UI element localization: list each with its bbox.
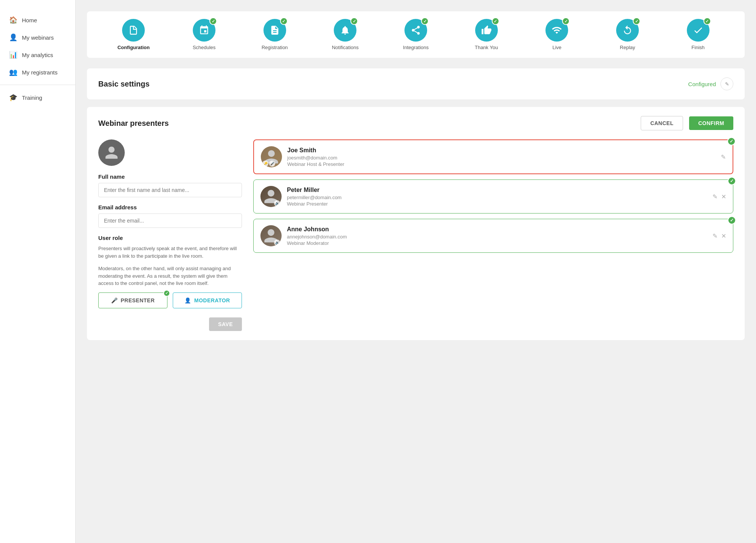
save-button[interactable]: SAVE [209,317,242,331]
sidebar-item-my-analytics[interactable]: 📊 My analytics [0,46,75,63]
anne-name: Anne Johnson [287,226,707,233]
wizard-step-registration[interactable]: Registration [239,19,310,50]
presenter-check-peter [728,177,736,185]
basic-settings-card: Basic settings Configured ✎ [87,68,745,99]
avatar-placeholder [98,139,125,166]
wizard-circle-thank-you [475,19,498,42]
moderator-btn-label: MODERATOR [194,297,230,303]
speaker-icon-anne: 🔊 [274,240,280,246]
basic-settings-header: Basic settings Configured ✎ [98,77,733,90]
cancel-button[interactable]: CANCEL [641,116,683,130]
wizard-check-live [562,17,570,25]
full-name-input[interactable] [98,183,242,197]
anne-delete-icon[interactable]: ✕ [721,232,726,240]
wizard-circle-integrations [404,19,427,42]
wizard-circle-finish [687,19,710,42]
presenter-role-check [163,290,170,297]
presenters-title: Webinar presenters [98,119,169,128]
webinars-icon: 👤 [9,33,17,42]
sidebar-item-home[interactable]: 🏠 Home [0,11,75,29]
wizard-step-configuration[interactable]: Configuration [98,19,169,50]
key-icon: 🔑 [262,161,268,167]
presenter-info-joe: Joe Smith joesmith@domain.com Webinar Ho… [287,147,716,167]
sidebar-item-training[interactable]: 🎓 Training [0,89,75,106]
speaker-icon: 🔊 [274,200,280,206]
avatar-joe: 🔑 🎤 [261,146,282,167]
wizard-nav: Configuration Schedules Registration Not… [87,11,745,58]
registrants-icon: 👥 [9,68,17,76]
wizard-step-integrations[interactable]: Integrations [381,19,451,50]
wizard-circle-registration [263,19,286,42]
user-role-title: User role [98,235,242,241]
avatar-peter: 🔊 [260,186,282,207]
sidebar-label-training: Training [22,94,42,101]
wizard-label-notifications: Notifications [332,45,359,50]
wizard-step-finish[interactable]: Finish [663,19,733,50]
wizard-step-thank-you[interactable]: Thank You [451,19,522,50]
wizard-check-replay [633,17,640,25]
wizard-step-live[interactable]: Live [522,19,592,50]
full-name-label: Full name [98,173,242,180]
moderator-role-button[interactable]: 👤 MODERATOR [173,292,242,308]
webinar-presenters-card: Webinar presenters CANCEL CONFIRM Full n… [87,107,745,340]
wizard-circle-configuration [122,19,145,42]
mic-icon: 🎤 [111,297,118,303]
avatar-anne: 🔊 [260,225,282,246]
basic-settings-right: Configured ✎ [688,77,733,90]
wizard-check-finish [703,17,711,25]
wizard-circle-schedules [193,19,215,42]
presenters-content: Full name Email address User role Presen… [98,139,733,331]
wizard-step-schedules[interactable]: Schedules [169,19,240,50]
presenter-role-button[interactable]: 🎤 PRESENTER [98,292,167,308]
sidebar-item-my-registrants[interactable]: 👥 My registrants [0,63,75,81]
wizard-circle-replay [616,19,639,42]
mic-icon: 🎤 [269,161,275,167]
presenter-check-anne [728,216,736,224]
joe-avatar-badges: 🔑 🎤 [262,161,275,167]
anne-edit-icon[interactable]: ✎ [713,232,717,240]
joe-email: joesmith@domain.com [287,155,716,161]
anne-role: Webinar Moderator [287,240,707,246]
peter-email: petermiller@domain.com [287,195,707,200]
anne-email: annejohnson@domain.com [287,234,707,240]
wizard-step-replay[interactable]: Replay [592,19,663,50]
configured-status: Configured [688,81,716,87]
peter-name: Peter Miller [287,187,707,193]
wizard-label-thank-you: Thank You [475,45,498,50]
wizard-label-schedules: Schedules [193,45,216,50]
wizard-check-integrations [421,17,429,25]
person-icon: 👤 [184,297,191,303]
presenter-info-anne: Anne Johnson annejohnson@domain.com Webi… [287,226,707,246]
wizard-label-live: Live [552,45,561,50]
basic-settings-edit-button[interactable]: ✎ [720,77,733,90]
anne-actions: ✎ ✕ [713,232,726,240]
peter-delete-icon[interactable]: ✕ [721,193,726,200]
presenter-card-peter-miller[interactable]: 🔊 Peter Miller petermiller@domain.com We… [253,179,733,213]
analytics-icon: 📊 [9,51,17,59]
sidebar-item-my-webinars[interactable]: 👤 My webinars [0,29,75,46]
user-role-desc1: Presenters will proactively speak at the… [98,245,242,260]
user-role-desc2: Moderators, on the other hand, will only… [98,265,242,287]
wizard-step-notifications[interactable]: Notifications [310,19,381,50]
peter-actions: ✎ ✕ [713,193,726,200]
wizard-check-schedules [209,17,217,25]
presenter-info-peter: Peter Miller petermiller@domain.com Webi… [287,187,707,207]
sidebar-label-my-analytics: My analytics [22,52,53,58]
wizard-check-notifications [350,17,358,25]
confirm-button[interactable]: CONFIRM [689,116,733,130]
wizard-label-configuration: Configuration [118,45,150,50]
presenter-card-anne-johnson[interactable]: 🔊 Anne Johnson annejohnson@domain.com We… [253,219,733,253]
joe-actions: ✎ [721,153,726,161]
joe-edit-icon[interactable]: ✎ [721,153,726,161]
presenter-btn-label: PRESENTER [121,297,155,303]
wizard-label-integrations: Integrations [403,45,429,50]
home-icon: 🏠 [9,16,17,24]
presenter-card-joe-smith[interactable]: 🔑 🎤 Joe Smith joesmith@domain.com Webina… [253,139,733,174]
role-buttons: 🎤 PRESENTER 👤 MODERATOR [98,292,242,308]
sidebar-divider [0,85,75,85]
email-input[interactable] [98,213,242,228]
wizard-label-replay: Replay [620,45,635,50]
presenters-actions: CANCEL CONFIRM [641,116,733,130]
peter-edit-icon[interactable]: ✎ [713,193,717,200]
training-icon: 🎓 [9,93,17,102]
